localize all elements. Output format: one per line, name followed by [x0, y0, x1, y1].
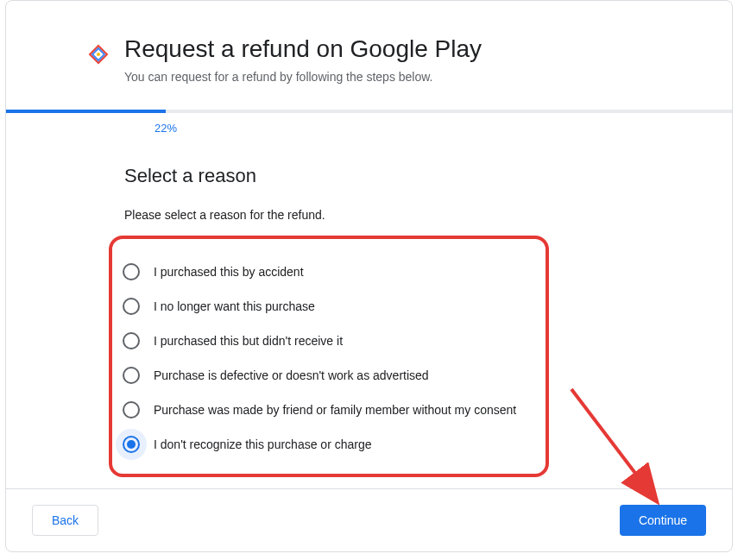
- google-play-icon: [88, 44, 109, 65]
- radio-label: I purchased this by accident: [154, 265, 304, 279]
- reason-option-no-longer-want[interactable]: I no longer want this purchase: [123, 289, 535, 324]
- radio-label: Purchase was made by friend or family me…: [154, 403, 516, 417]
- svg-point-2: [97, 53, 100, 56]
- section-title: Select a reason: [124, 165, 697, 187]
- reason-option-unauthorized-family[interactable]: Purchase was made by friend or family me…: [123, 393, 535, 427]
- page-title: Request a refund on Google Play: [124, 35, 697, 63]
- reason-option-not-received[interactable]: I purchased this but didn't receive it: [123, 324, 535, 358]
- progress-fill: [6, 110, 166, 113]
- reason-options-highlight-box: I purchased this by accident I no longer…: [109, 236, 549, 477]
- page-subtitle: You can request for a refund by followin…: [124, 70, 697, 84]
- continue-button[interactable]: Continue: [620, 505, 706, 536]
- back-button[interactable]: Back: [32, 505, 98, 536]
- progress-percent-label: 22%: [155, 122, 177, 135]
- instruction-text: Please select a reason for the refund.: [124, 208, 697, 222]
- radio-icon: [123, 367, 140, 384]
- radio-label: I no longer want this purchase: [154, 299, 315, 313]
- refund-dialog: Request a refund on Google Play You can …: [5, 0, 733, 552]
- radio-icon: [123, 298, 140, 315]
- reason-option-accident[interactable]: I purchased this by accident: [123, 255, 535, 289]
- radio-label: Purchase is defective or doesn't work as…: [154, 368, 429, 382]
- reason-option-defective[interactable]: Purchase is defective or doesn't work as…: [123, 358, 535, 393]
- dialog-header: Request a refund on Google Play You can …: [6, 1, 732, 101]
- radio-icon-selected: [123, 436, 140, 453]
- radio-icon: [123, 401, 140, 418]
- radio-label: I don't recognize this purchase or charg…: [154, 437, 372, 451]
- radio-icon: [123, 332, 140, 349]
- radio-icon: [123, 263, 140, 280]
- dialog-footer: Back Continue: [6, 488, 732, 551]
- reason-option-unrecognized[interactable]: I don't recognize this purchase or charg…: [123, 427, 535, 462]
- radio-label: I purchased this but didn't receive it: [154, 334, 343, 348]
- progress-bar: 22%: [6, 110, 732, 113]
- content-area: Select a reason Please select a reason f…: [6, 113, 732, 494]
